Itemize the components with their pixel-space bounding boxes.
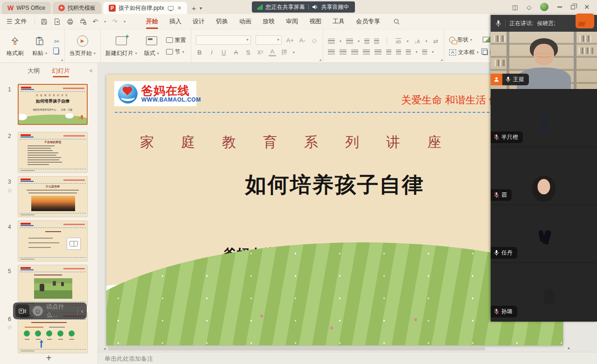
align-left-icon[interactable] [328,49,335,55]
tab-home[interactable]: 开始 [140,14,164,28]
restore-button[interactable] [571,5,575,9]
tab-tools[interactable]: 工具 [327,14,350,28]
slide-thumbnail-3[interactable]: 什么是自律 [18,176,88,217]
line-spacing-down-icon[interactable] [396,49,401,55]
decrease-font-button[interactable]: A- [298,37,306,44]
emoji-button[interactable]: ☺ [33,306,43,316]
decrease-indent-icon[interactable] [364,39,369,44]
new-tab-button[interactable]: + [192,4,196,12]
paragraph-expand-icon[interactable] [440,59,443,61]
convert-smartart-icon[interactable]: ⇄ [432,38,439,45]
slide-thumbnail-4[interactable] [18,220,88,261]
undo-icon[interactable]: ↶ [93,18,98,25]
notes-placeholder[interactable]: 单击此处添加备注 [98,352,597,364]
meeting-orange-tab[interactable] [576,14,594,28]
tab-docer-template[interactable]: ✦ 找稻壳模板 [53,2,101,14]
collapse-panel-icon[interactable]: < [90,68,93,74]
output-share-icon[interactable] [54,18,61,25]
tab-list-dropdown[interactable]: ▾ [200,6,202,11]
italic-button[interactable]: I [208,49,215,56]
slide-thumbnail-2[interactable]: 不自律的表现 [18,132,88,173]
tab-outline[interactable]: 大纲 [28,67,40,77]
vertical-text-icon[interactable]: ↓A [413,39,421,44]
reset-button[interactable]: 重置 [166,36,186,44]
highlight-button[interactable]: 拼 [281,48,288,56]
line-spacing-up-icon[interactable] [386,49,391,55]
video-tile-banzhicheng[interactable]: 半只橙 [491,89,597,147]
minimize-button[interactable] [557,7,562,7]
new-slide-button[interactable]: 新建幻灯片▾ [105,35,137,57]
tab-review[interactable]: 审阅 [280,14,304,28]
distribute-icon[interactable] [375,49,382,55]
horizontal-scrollbar[interactable]: ◂ [104,346,566,351]
justify-icon[interactable] [363,49,370,55]
layout-button[interactable]: 版式▾ [141,35,162,57]
tab-animations[interactable]: 动画 [234,14,257,28]
slide-thumbnail-1[interactable]: 家庭教育系列讲座 如何培养孩子自律 爸妈在线苏家屯区中心 主讲：王挺 [18,84,88,125]
align-text-icon[interactable] [422,49,427,55]
reading-layout-icon[interactable]: ◫ [512,4,518,11]
tab-slides[interactable]: 幻灯片 [52,67,70,77]
tab-view[interactable]: 视图 [304,14,327,28]
collapse-chat-icon[interactable]: ‹ [81,308,83,315]
font-expand-icon[interactable] [319,59,321,61]
search-icon[interactable] [393,18,400,25]
chat-input[interactable]: 说点什么... [46,302,74,319]
star-icon: ☆ [7,187,13,194]
align-center-icon[interactable] [340,49,347,55]
text-direction-icon[interactable]: ab [395,39,402,44]
tab-insert[interactable]: 插入 [164,14,187,28]
user-avatar[interactable] [540,3,548,11]
scrollbar-thumb[interactable] [108,347,486,350]
play-from-current-button[interactable]: ▶ 当页开始▾ [69,35,96,57]
tab-member[interactable]: 会员专享 [350,14,386,28]
increase-indent-icon[interactable] [374,39,379,44]
tab-close-icon[interactable]: ✕ [177,5,181,11]
line-spacing-icon[interactable] [406,49,411,55]
video-tile-rendan[interactable]: 任丹 [491,205,597,263]
tab-document[interactable]: P 孩子如何自律.pptx ✕ [103,2,187,14]
text-shadow-button[interactable]: S [244,49,252,56]
increase-font-button[interactable]: A+ [286,37,294,44]
undo-dropdown-icon[interactable]: ▾ [104,20,106,24]
tab-design[interactable]: 设计 [187,14,210,28]
copy-button[interactable] [55,49,59,55]
section-button[interactable]: 节▾ [166,48,184,56]
tab-transitions[interactable]: 切换 [210,14,234,28]
close-button[interactable]: ✕ [584,3,590,11]
scroll-left-icon[interactable]: ◂ [104,346,106,351]
superscript-button[interactable]: X² [257,49,264,56]
print-icon[interactable] [67,18,74,25]
textbox-button[interactable]: A文本框▾ [449,48,479,56]
bold-button[interactable]: B [196,49,203,56]
font-size-select[interactable] [256,35,282,45]
font-name-select[interactable] [196,35,251,45]
slide-thumbnail-5[interactable] [18,265,88,306]
video-tile-sunlu[interactable]: 孙璐 [491,263,597,322]
clipboard-expand-icon[interactable] [61,59,63,61]
video-tile-wangting[interactable]: 王挺 [491,32,597,89]
save-icon[interactable] [41,18,48,25]
redo-icon[interactable]: ↷ [112,18,118,25]
scroll-up-icon[interactable]: ▴ [568,346,570,350]
tab-wps-home[interactable]: W WPS Office [2,2,51,14]
print-preview-icon[interactable] [80,18,87,25]
numbered-list-icon[interactable] [346,39,353,44]
add-slide-button[interactable]: + [0,353,97,364]
tab-slideshow[interactable]: 放映 [257,14,280,28]
camera-toggle-button[interactable] [15,304,29,317]
bullet-list-icon[interactable] [328,39,335,44]
underline-button[interactable]: U [220,49,228,56]
align-right-icon[interactable] [351,49,358,55]
cut-button[interactable]: ✂ [54,38,60,45]
file-menu[interactable]: ☰ 文件 [0,17,32,26]
video-tile-xia[interactable]: 霞 [491,147,597,205]
strikethrough-button[interactable]: A [232,49,240,56]
font-color-button[interactable]: A [269,48,276,56]
clear-format-button[interactable]: ◇ [311,37,318,44]
toolbar-dropdown-icon[interactable]: ▾ [124,20,125,24]
format-painter-button[interactable]: 格式刷 [5,35,25,57]
paste-button[interactable]: 粘贴▾ [29,35,50,57]
3d-model-icon[interactable]: ◇ [527,4,531,11]
shapes-button[interactable]: 形状▾ [449,36,472,44]
